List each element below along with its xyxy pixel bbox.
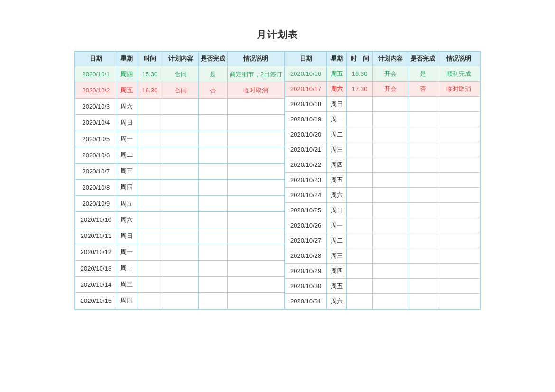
table-row: 2020/10/31 周六 (285, 294, 480, 309)
cell-date: 2020/10/5 (75, 131, 117, 147)
table-row: 2020/10/22 周四 (285, 157, 480, 173)
cell-date: 2020/10/4 (75, 115, 117, 131)
cell-note (227, 147, 284, 163)
cell-time (347, 112, 373, 127)
cell-note (227, 228, 284, 244)
cell-done (408, 218, 437, 233)
table-row: 2020/10/25 周日 (285, 203, 480, 218)
cell-done (408, 279, 437, 294)
cell-plan: 合同 (163, 82, 198, 99)
cell-plan (163, 260, 198, 276)
cell-week: 周三 (327, 248, 347, 264)
cell-date: 2020/10/28 (285, 248, 327, 264)
cell-time (347, 264, 373, 279)
cell-done: 是 (198, 66, 227, 82)
cell-week: 周六 (117, 99, 137, 115)
table-row: 2020/10/10 周六 (75, 212, 284, 228)
cell-date: 2020/10/17 (285, 82, 327, 97)
cell-plan (373, 264, 408, 279)
cell-plan (163, 244, 198, 260)
cell-plan (373, 173, 408, 188)
cell-plan: 开会 (373, 66, 408, 82)
cell-date: 2020/10/14 (75, 276, 117, 292)
cell-date: 2020/10/12 (75, 244, 117, 260)
cell-done (198, 212, 227, 228)
cell-time (347, 127, 373, 142)
cell-date: 2020/10/25 (285, 203, 327, 218)
cell-week: 周四 (327, 157, 347, 173)
table-row: 2020/10/24 周六 (285, 188, 480, 203)
cell-week: 周日 (117, 115, 137, 131)
cell-week: 周六 (327, 82, 347, 97)
right-header-week: 星期 (327, 52, 347, 66)
cell-done (408, 248, 437, 264)
cell-time (137, 115, 163, 131)
cell-note: 商定细节，2日签订 (227, 66, 284, 82)
cell-note (437, 173, 480, 188)
cell-plan (163, 228, 198, 244)
table-row: 2020/10/4 周日 (75, 115, 284, 131)
cell-done (408, 173, 437, 188)
cell-week: 周五 (117, 196, 137, 212)
left-header-plan: 计划内容 (163, 52, 198, 66)
cell-week: 周一 (327, 112, 347, 127)
table-row: 2020/10/29 周四 (285, 264, 480, 279)
cell-done (408, 142, 437, 157)
right-table-body: 2020/10/16 周五 16.30 开会 是 顺利完成 2020/10/17… (285, 66, 480, 309)
cell-plan (373, 233, 408, 248)
cell-time (347, 188, 373, 203)
cell-date: 2020/10/8 (75, 179, 117, 195)
cell-note (227, 179, 284, 195)
cell-note (227, 131, 284, 147)
cell-plan (163, 99, 198, 115)
cell-time (137, 99, 163, 115)
cell-date: 2020/10/30 (285, 279, 327, 294)
table-row: 2020/10/8 周四 (75, 179, 284, 195)
cell-time (137, 147, 163, 163)
cell-week: 周五 (327, 66, 347, 82)
cell-done (198, 292, 227, 309)
cell-plan (373, 203, 408, 218)
cell-week: 周四 (117, 179, 137, 195)
cell-date: 2020/10/26 (285, 218, 327, 233)
cell-time (347, 294, 373, 309)
table-row: 2020/10/14 周三 (75, 276, 284, 292)
cell-week: 周一 (327, 218, 347, 233)
cell-plan (373, 112, 408, 127)
right-header-note: 情况说明 (437, 52, 480, 66)
cell-note (227, 292, 284, 309)
cell-week: 周三 (117, 276, 137, 292)
cell-note: 临时取消 (437, 82, 480, 97)
cell-date: 2020/10/16 (285, 66, 327, 82)
cell-done (198, 196, 227, 212)
cell-date: 2020/10/9 (75, 196, 117, 212)
cell-done (198, 244, 227, 260)
cell-done (408, 112, 437, 127)
table-row: 2020/10/27 周二 (285, 233, 480, 248)
cell-plan (373, 188, 408, 203)
cell-time: 16.30 (137, 82, 163, 99)
table-row: 2020/10/17 周六 17.30 开会 否 临时取消 (285, 82, 480, 97)
cell-plan (373, 248, 408, 264)
cell-note (437, 142, 480, 157)
cell-plan (373, 127, 408, 142)
cell-done (198, 228, 227, 244)
cell-note (227, 99, 284, 115)
table-row: 2020/10/5 周一 (75, 131, 284, 147)
cell-time: 17.30 (347, 82, 373, 97)
cell-week: 周三 (327, 142, 347, 157)
cell-time (137, 244, 163, 260)
cell-note (437, 248, 480, 264)
cell-date: 2020/10/24 (285, 188, 327, 203)
cell-date: 2020/10/31 (285, 294, 327, 309)
left-table-body: 2020/10/1 周四 15.30 合同 是 商定细节，2日签订 2020/1… (75, 66, 284, 309)
left-header-note: 情况说明 (227, 52, 284, 66)
table-row: 2020/10/2 周五 16.30 合同 否 临时取消 (75, 82, 284, 99)
cell-date: 2020/10/21 (285, 142, 327, 157)
cell-done (198, 147, 227, 163)
cell-note (437, 188, 480, 203)
table-row: 2020/10/23 周五 (285, 173, 480, 188)
table-row: 2020/10/16 周五 16.30 开会 是 顺利完成 (285, 66, 480, 82)
cell-done (198, 260, 227, 276)
cell-note (227, 196, 284, 212)
